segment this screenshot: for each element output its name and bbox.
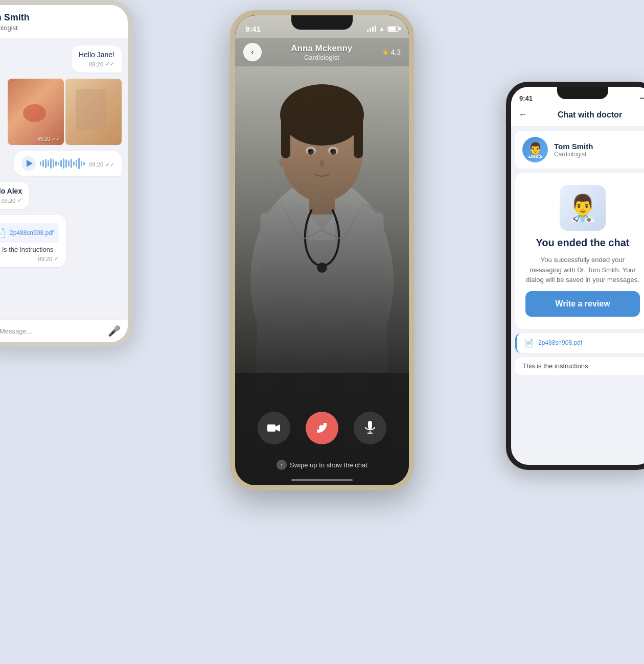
svg-rect-17 bbox=[235, 15, 409, 373]
status-icons: ▲ bbox=[367, 25, 399, 32]
doctor-video-feed bbox=[235, 15, 409, 373]
image-time: 09:20 bbox=[37, 136, 50, 142]
message-bubble-hello-alex: Hello Alex 09:20 ✓ bbox=[0, 182, 29, 209]
right-instructions-text: This is the instructions bbox=[522, 362, 588, 370]
call-doctor-name: Anna Mckenny bbox=[262, 43, 382, 54]
end-call-button[interactable] bbox=[306, 412, 338, 444]
left-message-meta: 09:20 ✓ bbox=[0, 197, 22, 204]
star-icon: ★ bbox=[382, 48, 389, 57]
call-controls bbox=[235, 412, 409, 444]
waveform-bar bbox=[40, 161, 41, 165]
home-indicator bbox=[291, 479, 353, 481]
video-button[interactable] bbox=[258, 412, 290, 444]
right-doctor-title: Cardiologist bbox=[554, 151, 593, 158]
waveform-bar bbox=[50, 158, 52, 169]
left-doctor-name: Tom Smith bbox=[0, 12, 120, 23]
audio-check: ✓✓ bbox=[105, 161, 114, 168]
waveform-bar bbox=[65, 159, 67, 168]
call-header: ‹ Anna Mckenny Cardiologist ★ 4,3 bbox=[235, 38, 409, 66]
signal-icon bbox=[367, 26, 376, 32]
message-input-placeholder[interactable]: Message... bbox=[0, 327, 103, 335]
microphone-icon[interactable]: 🎤 bbox=[108, 325, 121, 337]
message-time: 09:20 bbox=[89, 61, 103, 67]
ended-description: You successfully ended your messaging wi… bbox=[525, 255, 640, 285]
image-attachment-1: 09:20 ✓✓ bbox=[8, 79, 64, 145]
back-button[interactable]: ‹ bbox=[243, 43, 262, 61]
right-status-bar: 9:41 ▪▪▪ bbox=[511, 87, 644, 106]
signal-bar bbox=[375, 26, 376, 32]
waveform-bar bbox=[60, 160, 62, 167]
right-doctor-name: Tom Smith bbox=[554, 142, 593, 151]
right-header-title: Chat with doctor bbox=[533, 110, 644, 120]
message-text: Hello Jane! bbox=[79, 51, 114, 59]
right-phone-content: 9:41 ▪▪▪ ← Chat with doctor Tom Smith Ca… bbox=[511, 87, 644, 465]
waveform-bar bbox=[55, 161, 57, 166]
message-images: 09:20 ✓✓ bbox=[8, 79, 122, 145]
message-bubble-hello-jane: Hello Jane! 09:20 ✓✓ bbox=[72, 45, 122, 73]
image-attachment-2 bbox=[65, 79, 122, 145]
signal-bar bbox=[370, 28, 371, 32]
play-icon bbox=[27, 160, 33, 167]
ended-title: You ended the chat bbox=[536, 237, 630, 249]
doctor-mini-card: Tom Smith Cardiologist bbox=[515, 131, 644, 169]
left-phone-header: Tom Smith Cardiologist bbox=[0, 5, 128, 38]
signal-bar bbox=[372, 27, 374, 32]
waveform-bar bbox=[83, 162, 85, 165]
waveform-bar bbox=[71, 159, 72, 168]
ended-chat-card: You ended the chat You successfully ende… bbox=[515, 173, 644, 329]
waveform-bar bbox=[48, 160, 49, 167]
signal-bar bbox=[367, 30, 369, 32]
battery-icon bbox=[387, 26, 399, 32]
audio-message: 09:20 ✓✓ bbox=[14, 151, 122, 176]
status-bar: 9:41 ▲ bbox=[235, 15, 409, 38]
image-check: ✓✓ bbox=[52, 136, 60, 142]
doctor-avatar-small bbox=[522, 137, 548, 162]
waveform-bar bbox=[45, 159, 47, 168]
swipe-hint: ↑ Swipe up to show the chat bbox=[235, 460, 409, 470]
right-phone: 9:41 ▪▪▪ ← Chat with doctor Tom Smith Ca… bbox=[506, 82, 644, 470]
image-meta: 09:20 ✓✓ bbox=[37, 136, 60, 142]
right-status-icons: ▪▪▪ bbox=[640, 95, 644, 101]
left-message-text: Hello Alex bbox=[0, 187, 22, 195]
right-instructions: This is the instructions bbox=[515, 357, 644, 375]
left-doctor-title: Cardiologist bbox=[0, 24, 120, 32]
left-message-time: 09:20 bbox=[2, 198, 16, 204]
audio-waveform bbox=[40, 157, 85, 170]
pdf-time: 09:20 bbox=[38, 256, 53, 262]
waveform-bar bbox=[42, 160, 44, 167]
svg-rect-19 bbox=[368, 421, 372, 429]
swipe-up-icon: ↑ bbox=[277, 460, 287, 470]
pdf-message-bubble: 📄 2p488sn908.pdf This is the instruction… bbox=[0, 215, 66, 267]
swipe-text: Swipe up to show the chat bbox=[290, 461, 367, 469]
pdf-icon: 📄 bbox=[0, 227, 6, 239]
left-check: ✓ bbox=[17, 197, 22, 204]
right-back-button[interactable]: ← bbox=[518, 109, 527, 120]
right-pdf-attachment: 📄 2p488sn908.pdf bbox=[515, 333, 644, 353]
right-pdf-filename: 2p488sn908.pdf bbox=[538, 339, 582, 346]
message-input-area: 📎 Message... 🎤 bbox=[0, 319, 128, 342]
waveform-bar bbox=[63, 158, 64, 169]
waveform-bar bbox=[76, 160, 77, 167]
right-status-time: 9:41 bbox=[519, 94, 533, 102]
instructions-text: This is the instructions bbox=[0, 246, 59, 253]
chat-area: Hello Jane! 09:20 ✓✓ 09:20 ✓✓ bbox=[0, 38, 128, 319]
write-review-button[interactable]: Write a review bbox=[525, 291, 640, 317]
right-pdf-icon: 📄 bbox=[524, 338, 534, 348]
audio-time: 09:20 bbox=[89, 161, 103, 168]
play-button[interactable] bbox=[21, 156, 36, 171]
doctor-avatar-large bbox=[560, 185, 606, 231]
svg-rect-18 bbox=[267, 424, 275, 432]
check-icon: ✓✓ bbox=[105, 61, 114, 67]
waveform-bar bbox=[68, 160, 70, 167]
right-signal-icon: ▪▪▪ bbox=[640, 95, 644, 101]
call-header-info: Anna Mckenny Cardiologist bbox=[262, 43, 382, 61]
waveform-bar bbox=[58, 162, 59, 165]
message-meta: 09:20 ✓✓ bbox=[79, 61, 114, 67]
center-phone: 9:41 ▲ bbox=[230, 10, 414, 490]
pdf-check: ✓ bbox=[54, 255, 59, 262]
audio-meta: 09:20 ✓✓ bbox=[89, 161, 114, 168]
pdf-filename: 2p488sn908.pdf bbox=[10, 229, 54, 236]
mute-button[interactable] bbox=[354, 412, 386, 444]
doctor-mini-info: Tom Smith Cardiologist bbox=[554, 142, 593, 158]
battery-fill bbox=[388, 27, 396, 31]
